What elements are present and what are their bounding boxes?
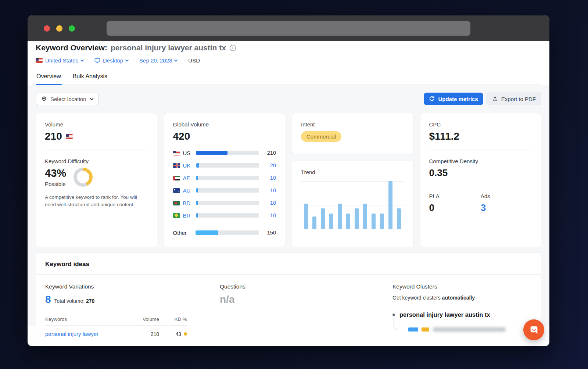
us-flag-icon bbox=[66, 134, 73, 139]
trend-bar bbox=[304, 204, 308, 229]
volume-bar bbox=[196, 213, 259, 218]
close-window-button[interactable] bbox=[44, 25, 50, 32]
divider bbox=[429, 150, 533, 150]
page-content: Select location Update metrics E bbox=[28, 85, 549, 326]
au-flag-icon bbox=[173, 188, 180, 193]
keyword-volume: 210 bbox=[136, 331, 159, 337]
country-filter-label: United States bbox=[45, 57, 78, 64]
country-volume-row: BD 10 bbox=[173, 197, 276, 209]
connector-line bbox=[394, 318, 399, 330]
country-filter[interactable]: United States bbox=[36, 57, 83, 64]
trend-bar bbox=[380, 214, 384, 229]
address-bar[interactable] bbox=[107, 21, 470, 36]
divider bbox=[45, 150, 148, 150]
cluster-bar-blue bbox=[408, 327, 418, 332]
date-filter-label: Sep 20, 2023 bbox=[139, 57, 172, 64]
kd-level-dot bbox=[184, 332, 187, 336]
device-filter-label: Desktop bbox=[103, 57, 123, 64]
keyword-kd: 43 bbox=[175, 331, 181, 337]
total-volume-text: Total volume: 270 bbox=[54, 298, 95, 304]
volume-label: Volume bbox=[45, 121, 148, 128]
trend-bar bbox=[355, 208, 359, 229]
keyword-clusters-label: Keyword Clusters bbox=[392, 283, 549, 290]
trend-bar bbox=[338, 204, 342, 229]
select-location-label: Select location bbox=[50, 96, 86, 102]
volume-bar bbox=[196, 188, 259, 193]
intent-label: Intent bbox=[301, 121, 404, 128]
desktop-device-icon bbox=[94, 58, 100, 64]
volume-value: 210 bbox=[45, 130, 62, 142]
global-volume-card: Global Volume 420 US 210 UK bbox=[164, 113, 286, 247]
date-filter[interactable]: Sep 20, 2023 bbox=[139, 57, 177, 64]
volume-bar bbox=[196, 163, 259, 168]
trend-bar-chart bbox=[301, 181, 404, 229]
add-keyword-icon[interactable] bbox=[229, 44, 236, 51]
keyword-difficulty-level: Possible bbox=[45, 181, 66, 187]
country-volume-row: US 210 bbox=[173, 147, 276, 159]
table-header-row: Keywords Volume KD % bbox=[45, 316, 187, 326]
refresh-icon bbox=[429, 96, 435, 102]
chevron-down-icon bbox=[125, 58, 129, 62]
divider bbox=[173, 224, 276, 224]
keyword-variations-count[interactable]: 8 bbox=[45, 294, 51, 305]
maximize-window-button[interactable] bbox=[69, 25, 75, 32]
column-header-volume: Volume bbox=[136, 316, 159, 322]
intent-badge: Commercial bbox=[301, 131, 341, 142]
keyword-ideas-card: Keyword ideas Keyword Variations 8 Total… bbox=[36, 252, 541, 346]
device-filter[interactable]: Desktop bbox=[94, 57, 128, 64]
column-header-keywords: Keywords bbox=[45, 316, 136, 322]
trend-bar bbox=[329, 214, 333, 229]
keyword-variations-label: Keyword Variations bbox=[45, 283, 203, 290]
page-title-keyword: personal injury lawyer austin tx bbox=[111, 43, 226, 52]
trend-bar bbox=[388, 181, 392, 229]
keyword-variations-table: Keywords Volume KD % personal injury law… bbox=[45, 316, 187, 337]
volume-bar bbox=[196, 201, 259, 205]
export-to-pdf-button[interactable]: Export to PDF bbox=[487, 93, 541, 105]
intent-trend-column: Intent Commercial Trend bbox=[292, 113, 413, 247]
minimize-window-button[interactable] bbox=[56, 25, 62, 32]
keyword-link[interactable]: personal injury lawyer bbox=[45, 331, 136, 337]
toolbar: Select location Update metrics E bbox=[36, 93, 541, 105]
volume-bar bbox=[196, 230, 259, 235]
trend-bar bbox=[321, 208, 325, 229]
chevron-down-icon bbox=[90, 97, 93, 100]
trend-bar bbox=[346, 214, 350, 229]
cpc-value: $111.2 bbox=[429, 130, 533, 142]
update-metrics-label: Update metrics bbox=[438, 96, 478, 102]
tab-bulk-analysis[interactable]: Bulk Analysis bbox=[72, 71, 108, 85]
us-flag-icon bbox=[36, 58, 43, 63]
ads-label: Ads bbox=[481, 193, 532, 199]
trend-bar bbox=[372, 214, 376, 229]
volume-bar bbox=[196, 151, 259, 155]
trend-card: Trend bbox=[292, 161, 413, 247]
br-flag-icon bbox=[173, 213, 180, 218]
trend-bar bbox=[312, 216, 316, 229]
volume-card: Volume 210 Keyword Difficulty 43% Possib… bbox=[36, 113, 157, 247]
export-icon bbox=[492, 96, 498, 102]
global-volume-value: 420 bbox=[173, 130, 276, 142]
keyword-ideas-title: Keyword ideas bbox=[36, 253, 541, 275]
questions-value: n/a bbox=[220, 294, 245, 305]
tabs-bar: Overview Bulk Analysis bbox=[36, 71, 541, 85]
clusters-subtitle: Get keyword clusters automatically bbox=[392, 295, 549, 301]
global-volume-label: Global Volume bbox=[173, 121, 276, 128]
desktop-background: Keyword Overview: personal injury lawyer… bbox=[0, 0, 588, 369]
pla-value: 0 bbox=[429, 202, 481, 214]
tab-overview[interactable]: Overview bbox=[36, 71, 62, 85]
questions-section: Questions n/a bbox=[220, 283, 245, 305]
trend-bar bbox=[397, 208, 401, 229]
ae-flag-icon bbox=[173, 176, 180, 180]
competitive-density-label: Competitive Density bbox=[429, 158, 533, 164]
keyword-variations-section: Keyword Variations 8 Total volume: 270 K… bbox=[45, 283, 203, 337]
location-pin-icon bbox=[41, 96, 47, 102]
keyword-difficulty-label: Keyword Difficulty bbox=[45, 158, 148, 164]
update-metrics-button[interactable]: Update metrics bbox=[424, 93, 483, 105]
country-volume-row: AE 10 bbox=[173, 172, 276, 184]
chat-bubble-icon bbox=[528, 325, 539, 336]
select-location-dropdown[interactable]: Select location bbox=[36, 93, 98, 105]
questions-label: Questions bbox=[220, 283, 245, 290]
currency-label: USD bbox=[188, 57, 200, 64]
cpc-label: CPC bbox=[429, 121, 533, 128]
chat-widget-button[interactable] bbox=[523, 319, 544, 340]
keyword-difficulty-note: A competitive keyword to rank for. You w… bbox=[45, 194, 148, 208]
